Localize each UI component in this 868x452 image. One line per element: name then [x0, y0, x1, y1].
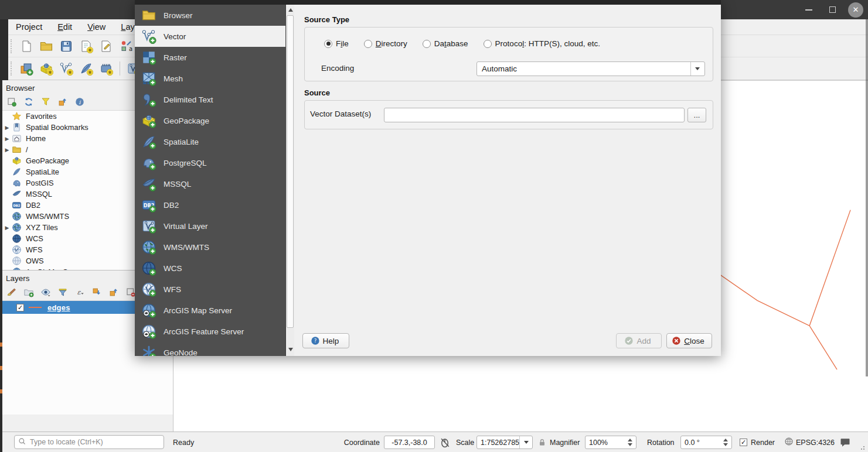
- source-tab-vector[interactable]: Vector: [135, 26, 285, 47]
- source-tab-arcgis-feature-server[interactable]: ArcGIS Feature Server: [135, 321, 285, 342]
- new-project-button[interactable]: [18, 37, 35, 55]
- source-type-radio-protocol-http-s-cloud-etc[interactable]: Protocol: HTTP(S), cloud, etc.: [484, 39, 600, 48]
- source-type-radio-database[interactable]: Database: [423, 39, 468, 48]
- crs-status[interactable]: EPSG:4326: [784, 432, 835, 452]
- chevron-down-icon: [690, 62, 700, 76]
- expand-arrow-icon[interactable]: ▶: [2, 125, 12, 131]
- expression-filter-button[interactable]: ε: [74, 286, 86, 298]
- open-project-icon: [39, 39, 53, 53]
- collapse-all-button[interactable]: [57, 96, 69, 108]
- properties-widget-button[interactable]: i: [74, 96, 86, 108]
- new-spatialite-layer-button[interactable]: [77, 60, 95, 77]
- rotation-spinbox[interactable]: 0.0 °: [680, 436, 732, 449]
- source-type-groupbox: FileDirectoryDatabaseProtocol: HTTP(S), …: [304, 27, 713, 81]
- vector-dataset-input[interactable]: [384, 108, 685, 122]
- spinner-arrows-icon[interactable]: [624, 439, 632, 446]
- expand-arrow-icon[interactable]: ▶: [2, 136, 12, 142]
- source-tab-browser[interactable]: Browser: [135, 5, 285, 26]
- source-tab-label: Delimited Text: [164, 95, 213, 104]
- scroll-down-icon[interactable]: [286, 345, 295, 354]
- source-tab-wms-wmts[interactable]: WMS/WMTS: [135, 237, 285, 258]
- menu-item-project[interactable]: Project: [8, 19, 50, 35]
- coordinate-value[interactable]: -57.3,-38.0: [384, 436, 435, 449]
- render-checkbox[interactable]: ✓ Render: [740, 432, 775, 452]
- new-print-layout-button[interactable]: [77, 37, 95, 55]
- menu-item-edit[interactable]: Edit: [50, 19, 80, 35]
- open-project-button[interactable]: [38, 37, 55, 55]
- collapse-tree-button[interactable]: [108, 286, 120, 298]
- extents-icon[interactable]: [440, 432, 450, 452]
- new-shapefile-layer-button[interactable]: [57, 60, 75, 77]
- browser-item-label: Home: [26, 134, 46, 143]
- globe-crs-icon: [784, 437, 794, 448]
- help-icon: ?: [311, 336, 320, 345]
- maximize-button[interactable]: [825, 2, 840, 18]
- lock-scale-icon[interactable]: [537, 432, 547, 452]
- vector-icon: [141, 29, 156, 44]
- new-geopackage-layer-button[interactable]: [38, 60, 55, 77]
- toolbar-handle[interactable]: [11, 39, 13, 53]
- help-button[interactable]: ? Help: [302, 333, 349, 348]
- locator-input[interactable]: Type to locate (Ctrl+K): [14, 435, 164, 449]
- source-tab-mssql[interactable]: MSSQL: [135, 173, 285, 194]
- add-button[interactable]: Add: [616, 333, 662, 348]
- style-manager-button[interactable]: a: [117, 37, 135, 55]
- magnifier-spinbox[interactable]: 100%: [585, 436, 636, 449]
- dialog-sidebar-scrollbar[interactable]: [285, 5, 294, 356]
- scale-combobox[interactable]: 1:75262785: [476, 436, 533, 449]
- source-tab-raster[interactable]: Raster: [135, 47, 285, 68]
- source-tab-geopackage[interactable]: GeoPackage: [135, 110, 285, 131]
- expand-all-button[interactable]: [91, 286, 103, 298]
- expand-arrow-icon[interactable]: ▶: [2, 147, 12, 153]
- minimize-button[interactable]: [801, 2, 816, 18]
- source-tab-wfs[interactable]: WFS: [135, 279, 285, 300]
- source-type-radio-directory[interactable]: Directory: [364, 39, 407, 48]
- source-tab-arcgis-map-server[interactable]: ArcGIS Map Server: [135, 300, 285, 321]
- layer-checkbox[interactable]: ✓: [16, 304, 24, 311]
- resize-grip[interactable]: [860, 444, 866, 450]
- browser-item-label: SpatiaLite: [26, 167, 59, 176]
- new-mesh-layer-button[interactable]: [97, 60, 115, 77]
- xyz-icon: [12, 222, 22, 232]
- source-tab-wcs[interactable]: WCS: [135, 258, 285, 279]
- show-layout-manager-button[interactable]: [97, 37, 115, 55]
- manage-themes-button[interactable]: [40, 286, 52, 298]
- close-button[interactable]: Close: [666, 333, 712, 348]
- scroll-up-icon[interactable]: [286, 6, 295, 14]
- encoding-combobox[interactable]: Automatic: [476, 61, 705, 76]
- refresh-button[interactable]: [23, 96, 35, 108]
- browser-item-label: /: [26, 145, 28, 154]
- source-tab-db2[interactable]: DB2DB2: [135, 194, 285, 215]
- raster-icon: [141, 50, 156, 65]
- source-tab-geonode[interactable]: GeoNode: [135, 342, 285, 356]
- expand-arrow-icon[interactable]: ▶: [2, 225, 12, 231]
- source-tab-spatialite[interactable]: SpatiaLite: [135, 131, 285, 152]
- save-project-button[interactable]: [57, 37, 75, 55]
- scrollbar-thumb[interactable]: [287, 15, 294, 328]
- source-tab-label: DB2: [164, 201, 179, 210]
- source-tab-delimited-text[interactable]: Delimited Text: [135, 89, 285, 110]
- close-window-button[interactable]: ✕: [848, 2, 863, 18]
- spinner-arrows-icon[interactable]: [720, 439, 728, 446]
- symbology-button[interactable]: [6, 286, 18, 298]
- messages-icon[interactable]: [839, 432, 851, 452]
- folder-icon: [141, 8, 156, 23]
- new-spatialite-layer-icon: [79, 61, 93, 76]
- db2-icon: DB2: [141, 197, 156, 213]
- toolbar-handle[interactable]: [11, 61, 13, 76]
- source-tab-virtual-layer[interactable]: Virtual Layer: [135, 215, 285, 237]
- source-tab-label: WCS: [164, 264, 182, 273]
- browse-button[interactable]: ...: [687, 108, 706, 122]
- add-selected-layers-button[interactable]: [6, 96, 18, 108]
- postgresql-icon: [141, 155, 156, 170]
- source-tab-postgresql[interactable]: PostgreSQL: [135, 152, 285, 173]
- chevron-down-icon[interactable]: [519, 436, 529, 448]
- source-type-radio-file[interactable]: File: [324, 39, 349, 48]
- add-group-button[interactable]: [23, 286, 35, 298]
- menu-item-view[interactable]: View: [80, 19, 113, 35]
- filter-browser-button[interactable]: [40, 96, 52, 108]
- data-source-manager-icon: [19, 61, 33, 76]
- data-source-manager-button[interactable]: [18, 60, 35, 77]
- source-tab-mesh[interactable]: Mesh: [135, 68, 285, 89]
- filter-legend-button[interactable]: [57, 286, 69, 298]
